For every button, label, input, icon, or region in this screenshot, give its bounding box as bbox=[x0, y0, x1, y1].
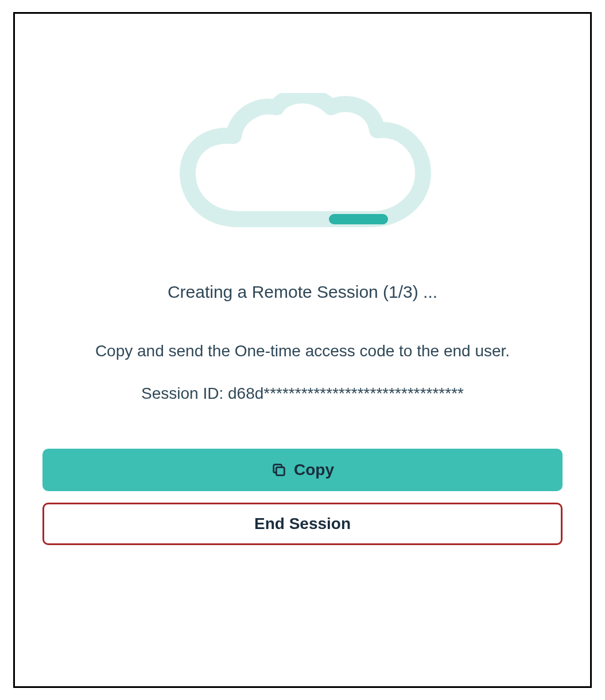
copy-icon bbox=[271, 462, 287, 478]
status-text: Creating a Remote Session (1/3) ... bbox=[168, 282, 437, 302]
end-session-button[interactable]: End Session bbox=[42, 503, 563, 545]
remote-session-dialog: Creating a Remote Session (1/3) ... Copy… bbox=[13, 12, 592, 688]
copy-button-label: Copy bbox=[294, 461, 334, 479]
cloud-loading-icon bbox=[170, 93, 435, 242]
instruction-text: Copy and send the One-time access code t… bbox=[95, 342, 510, 360]
button-group: Copy End Session bbox=[42, 449, 563, 545]
end-session-button-label: End Session bbox=[254, 515, 351, 533]
copy-button[interactable]: Copy bbox=[42, 449, 563, 491]
session-id-text: Session ID: d68d************************… bbox=[141, 384, 464, 403]
svg-rect-1 bbox=[276, 467, 284, 475]
